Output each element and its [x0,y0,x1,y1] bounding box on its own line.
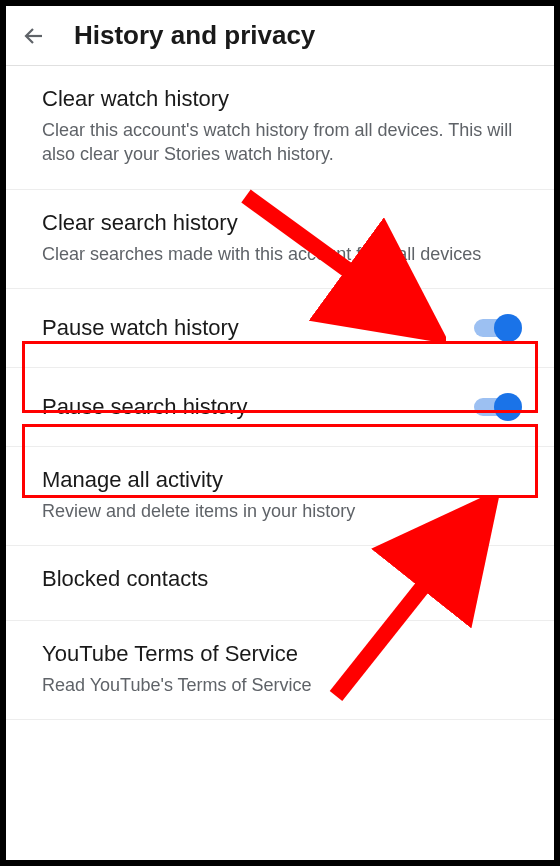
back-arrow-icon[interactable] [22,24,46,48]
item-subtitle: Read YouTube's Terms of Service [42,673,518,697]
pause-watch-history-item[interactable]: Pause watch history [6,289,554,368]
page-title: History and privacy [74,20,315,51]
item-title: Clear watch history [42,86,518,112]
item-title: Pause search history [42,394,247,420]
manage-all-activity-item[interactable]: Manage all activity Review and delete it… [6,447,554,546]
pause-search-history-item[interactable]: Pause search history [6,368,554,447]
header-bar: History and privacy [6,6,554,66]
settings-list: Clear watch history Clear this account's… [6,66,554,720]
settings-screen: History and privacy Clear watch history … [6,6,554,860]
item-subtitle: Clear searches made with this account fr… [42,242,518,266]
toggle-knob-icon [494,393,522,421]
blocked-contacts-item[interactable]: Blocked contacts [6,546,554,621]
item-title: Blocked contacts [42,566,518,592]
item-title: Pause watch history [42,315,239,341]
toggle-knob-icon [494,314,522,342]
item-subtitle: Clear this account's watch history from … [42,118,518,167]
item-title: Clear search history [42,210,518,236]
item-title: YouTube Terms of Service [42,641,518,667]
item-subtitle: Review and delete items in your history [42,499,518,523]
item-title: Manage all activity [42,467,518,493]
youtube-terms-item[interactable]: YouTube Terms of Service Read YouTube's … [6,621,554,720]
clear-search-history-item[interactable]: Clear search history Clear searches made… [6,190,554,289]
pause-watch-history-toggle[interactable] [474,319,518,337]
pause-search-history-toggle[interactable] [474,398,518,416]
clear-watch-history-item[interactable]: Clear watch history Clear this account's… [6,66,554,190]
